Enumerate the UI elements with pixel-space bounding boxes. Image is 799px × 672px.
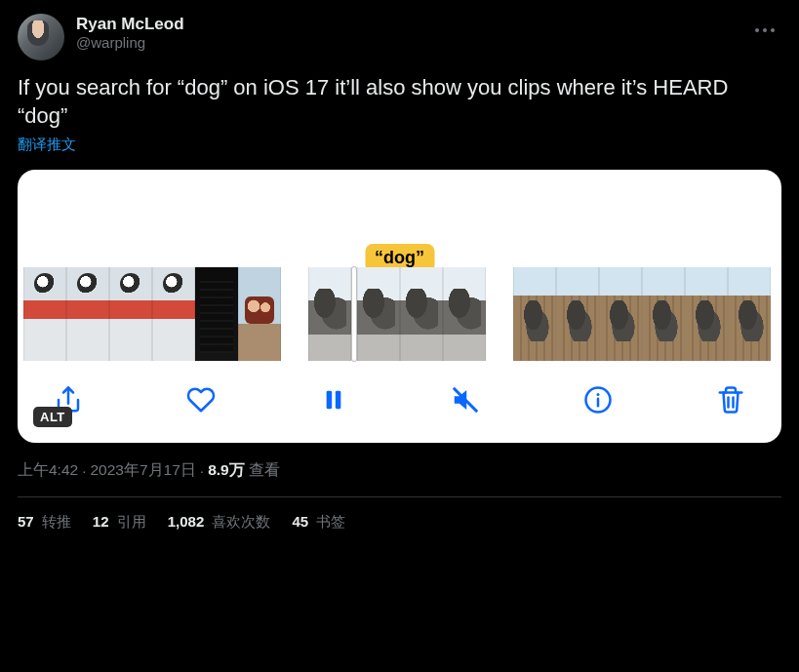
user-block[interactable]: Ryan McLeod @warpling <box>76 14 184 53</box>
retweets-count: 57 <box>18 513 34 530</box>
avatar[interactable] <box>18 14 64 60</box>
delete-button[interactable] <box>713 382 748 417</box>
heart-icon <box>186 385 216 415</box>
likes-stat[interactable]: 1,082 喜欢次数 <box>168 513 271 532</box>
views-count: 8.9万 <box>208 460 245 481</box>
meta-dot: · <box>200 462 204 480</box>
tweet-date[interactable]: 2023年7月17日 <box>90 460 195 481</box>
video-thumb <box>109 267 152 361</box>
ellipsis-icon <box>755 28 775 32</box>
user-handle: @warpling <box>76 34 184 53</box>
bookmarks-label: 书签 <box>312 513 345 530</box>
clip-group-2 <box>308 267 486 361</box>
video-thumb <box>556 267 599 361</box>
info-button[interactable] <box>580 382 616 417</box>
tweet-time[interactable]: 上午4:42 <box>18 460 78 481</box>
video-thumb <box>685 267 728 361</box>
bookmarks-stat[interactable]: 45 书签 <box>292 513 345 532</box>
mute-button[interactable] <box>448 382 483 417</box>
speaker-muted-icon <box>451 385 480 415</box>
tweet-stats: 57 转推 12 引用 1,082 喜欢次数 45 书签 <box>18 497 781 532</box>
video-thumb <box>642 267 685 361</box>
translate-link[interactable]: 翻译推文 <box>18 136 76 154</box>
pause-icon <box>323 386 344 414</box>
svg-point-5 <box>597 393 600 396</box>
media-toolbar <box>18 361 781 443</box>
video-thumb <box>513 267 556 361</box>
tweet-header: Ryan McLeod @warpling <box>18 14 781 60</box>
quotes-label: 引用 <box>113 513 146 530</box>
svg-rect-1 <box>335 391 340 409</box>
like-button[interactable] <box>183 382 219 417</box>
video-thumb <box>152 267 195 361</box>
playhead[interactable] <box>352 267 356 361</box>
media-preview: “dog” <box>18 170 781 443</box>
retweets-label: 转推 <box>38 513 71 530</box>
display-name: Ryan McLeod <box>76 14 184 34</box>
video-thumb <box>66 267 109 361</box>
info-icon <box>583 385 613 415</box>
views-label: 查看 <box>249 460 280 481</box>
filmstrip[interactable] <box>18 267 781 361</box>
alt-badge[interactable]: ALT <box>33 407 72 427</box>
svg-rect-0 <box>326 391 332 409</box>
video-thumb <box>195 267 238 361</box>
video-thumb <box>357 267 400 361</box>
trash-icon <box>716 385 745 415</box>
meta-dot: · <box>82 462 86 480</box>
video-thumb <box>238 267 281 361</box>
quotes-stat[interactable]: 12 引用 <box>93 513 146 532</box>
quotes-count: 12 <box>93 513 109 530</box>
media-attachment[interactable]: “dog” <box>18 170 781 443</box>
more-options-button[interactable] <box>748 14 781 47</box>
video-thumb <box>23 267 66 361</box>
video-thumb <box>728 267 771 361</box>
video-thumb <box>308 267 351 361</box>
clip-group-1 <box>23 267 281 361</box>
retweets-stat[interactable]: 57 转推 <box>18 513 71 532</box>
bookmarks-count: 45 <box>292 513 308 530</box>
tweet-meta: 上午4:42 · 2023年7月17日 · 8.9万 查看 <box>18 460 781 481</box>
video-thumb <box>443 267 486 361</box>
pause-button[interactable] <box>316 382 351 417</box>
likes-count: 1,082 <box>168 513 205 530</box>
video-thumb <box>599 267 642 361</box>
likes-label: 喜欢次数 <box>208 513 270 530</box>
clip-group-3 <box>513 267 771 361</box>
video-thumb <box>400 267 443 361</box>
tweet-container: Ryan McLeod @warpling If you search for … <box>0 0 799 539</box>
tweet-text: If you search for “dog” on iOS 17 it’ll … <box>18 74 781 130</box>
